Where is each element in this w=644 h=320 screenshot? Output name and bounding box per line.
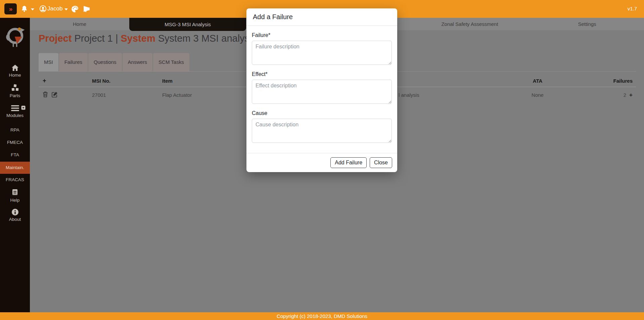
project-label: Project bbox=[39, 33, 72, 44]
sidebar-item-label: Parts bbox=[0, 93, 30, 98]
project-value: Project 1 bbox=[74, 33, 112, 44]
cell-msi-no: 27001 bbox=[87, 92, 158, 98]
cell-ata: None bbox=[519, 92, 556, 98]
system-label: System bbox=[121, 33, 155, 44]
add-failure-submit-button[interactable]: Add Failure bbox=[330, 157, 367, 168]
tab-zonal-safety-assessment[interactable]: Zonal Safety Assessment bbox=[409, 18, 530, 30]
cause-description-input[interactable] bbox=[252, 119, 392, 143]
info-icon bbox=[11, 208, 19, 216]
tab-msg3-msi-analysis[interactable]: MSG-3 MSI Analysis bbox=[129, 18, 246, 31]
user-avatar-icon[interactable] bbox=[39, 5, 47, 14]
modal-body: Failure* Effect* Cause bbox=[246, 26, 397, 153]
user-dropdown-caret-icon[interactable] bbox=[64, 8, 68, 10]
home-icon bbox=[11, 64, 19, 72]
bell-icon[interactable] bbox=[20, 5, 28, 14]
sidebar-item-label: FRACAS bbox=[6, 177, 24, 182]
subtab-questions[interactable]: Questions bbox=[88, 53, 122, 71]
tab-home[interactable]: Home bbox=[30, 18, 129, 30]
failure-description-input[interactable] bbox=[252, 41, 392, 65]
modal-footer: Add Failure Close bbox=[246, 153, 397, 172]
subtab-failures[interactable]: Failures bbox=[59, 53, 88, 71]
sidebar-item-parts[interactable]: Parts bbox=[0, 84, 30, 98]
sidebar-item-fta[interactable]: FTA bbox=[0, 152, 30, 157]
tab-label: Zonal Safety Assessment bbox=[441, 21, 498, 27]
copyright-text: Copyright (c) 2018-2023, DMD Solutions bbox=[277, 313, 367, 319]
sidebar-item-fracas[interactable]: FRACAS bbox=[0, 177, 30, 182]
sidebar-item-label: Maintain. bbox=[6, 165, 24, 170]
tab-label: Settings bbox=[578, 21, 596, 27]
sidebar-item-modules[interactable]: Modules bbox=[0, 105, 30, 118]
app-version: v1.7 bbox=[628, 6, 637, 11]
sidebar-item-rpa[interactable]: RPA bbox=[0, 127, 30, 132]
failure-label: Failure* bbox=[252, 32, 392, 38]
subtab-msi[interactable]: MSI bbox=[39, 53, 58, 71]
tab-label: MSG-3 MSI Analysis bbox=[165, 22, 211, 27]
cell-description-fragment: l analysis bbox=[399, 92, 419, 98]
effect-label: Effect* bbox=[252, 71, 392, 77]
close-modal-button[interactable]: Close bbox=[370, 157, 392, 168]
page-title: Project Project 1 | System System 3 MSI … bbox=[39, 33, 257, 44]
col-header-msi-no: MSI No. bbox=[87, 78, 158, 84]
sidebar: Home Parts Modules RPA FMECA FTA bbox=[0, 18, 30, 312]
user-name[interactable]: Jacob bbox=[47, 5, 62, 12]
megaphone-icon[interactable] bbox=[82, 5, 91, 14]
cause-label: Cause bbox=[252, 110, 392, 116]
cell-item: Flap Actuator bbox=[158, 92, 232, 98]
col-header-item: Item bbox=[158, 78, 232, 84]
modules-dropdown-box-icon[interactable] bbox=[21, 106, 26, 110]
cell-failures-count: 2 bbox=[624, 92, 626, 98]
delete-msi-icon[interactable] bbox=[43, 91, 48, 98]
sidebar-item-label: FTA bbox=[11, 152, 19, 157]
sidebar-item-about[interactable]: About bbox=[0, 208, 30, 222]
modules-icon bbox=[11, 105, 19, 112]
sidebar-collapse-button[interactable]: » bbox=[4, 3, 17, 14]
bell-dropdown-caret-icon[interactable] bbox=[31, 8, 34, 10]
palette-icon[interactable] bbox=[71, 5, 79, 14]
sidebar-item-label: RPA bbox=[10, 127, 19, 132]
sidebar-item-help[interactable]: Help bbox=[0, 189, 30, 203]
tab-label: Home bbox=[73, 21, 86, 27]
sidebar-item-home[interactable]: Home bbox=[0, 64, 30, 78]
col-header-failures: Failures bbox=[556, 78, 636, 84]
help-icon bbox=[11, 189, 18, 197]
sidebar-item-label: Modules bbox=[0, 113, 30, 118]
tab-settings[interactable]: Settings bbox=[530, 18, 644, 30]
parts-icon bbox=[11, 84, 19, 92]
modal-title: Add a Failure bbox=[246, 8, 397, 26]
sidebar-item-label: Help bbox=[0, 198, 30, 203]
add-failure-row-button[interactable]: + bbox=[629, 92, 633, 98]
title-separator: | bbox=[116, 33, 118, 44]
sidebar-item-maintain[interactable]: Maintain. bbox=[0, 162, 30, 174]
subtab-answers[interactable]: Answers bbox=[123, 53, 153, 71]
col-header-ata: ATA bbox=[519, 78, 556, 84]
edit-msi-icon[interactable] bbox=[52, 91, 58, 98]
sidebar-item-label: FMECA bbox=[7, 140, 23, 145]
sidebar-item-label: Home bbox=[0, 73, 30, 78]
sidebar-item-fmeca[interactable]: FMECA bbox=[0, 140, 30, 145]
system-value: System 3 MSI analysis bbox=[158, 33, 257, 44]
add-failure-modal: Add a Failure Failure* Effect* Cause Add… bbox=[246, 8, 397, 172]
effect-description-input[interactable] bbox=[252, 80, 392, 104]
add-msi-button[interactable]: + bbox=[43, 77, 46, 84]
app-logo-icon bbox=[3, 23, 26, 50]
sidebar-item-label: About bbox=[0, 217, 30, 222]
footer-bar: Copyright (c) 2018-2023, DMD Solutions bbox=[0, 312, 644, 320]
subtab-scm-tasks[interactable]: SCM Tasks bbox=[153, 53, 189, 71]
